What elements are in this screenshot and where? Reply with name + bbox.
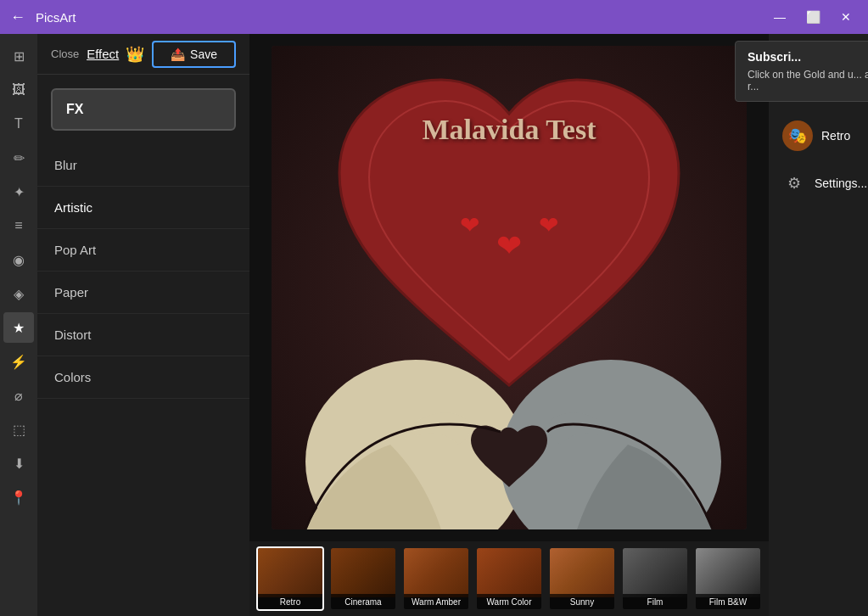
filter-cinerama-label: Cinerama [331, 594, 395, 609]
retro-avatar: 🎭 [782, 120, 813, 151]
close-window-button[interactable]: ✕ [834, 7, 858, 27]
draw-tool-button[interactable]: ✏ [3, 143, 34, 173]
layers-tool-button[interactable]: ⬚ [3, 414, 34, 445]
gear-icon: ⚙ [782, 171, 806, 195]
canvas-area: Malavida Test ❤ ❤ ❤ [249, 34, 769, 616]
filter-retro-label: Retro [258, 594, 322, 609]
window-controls: — ⬜ ✕ [767, 7, 858, 27]
popart-effect-item[interactable]: Pop Art [37, 229, 249, 272]
photo-tool-button[interactable]: 🖼 [3, 75, 34, 105]
filter-cinerama[interactable]: Cinerama [329, 546, 397, 611]
canvas-image: Malavida Test ❤ ❤ ❤ [249, 34, 769, 541]
artwork: Malavida Test ❤ ❤ ❤ [272, 46, 747, 529]
blur-effect-item[interactable]: Blur [37, 144, 249, 187]
minimize-button[interactable]: — [767, 7, 792, 27]
filter-warm-color[interactable]: Warm Color [475, 546, 543, 611]
subscribe-text: Click on the Gold and u... awesome r... [748, 69, 868, 92]
right-heart-icon: ❤ [539, 211, 558, 264]
retro-label: Retro [821, 129, 850, 143]
settings-label: Settings... [815, 176, 867, 190]
face-tool-button[interactable]: ◉ [3, 244, 34, 275]
filter-film[interactable]: Film [621, 546, 689, 611]
close-effect-button[interactable]: Close [51, 48, 79, 60]
icon-sidebar: ⊞ 🖼 T ✏ ✦ ≡ ◉ ◈ ★ ⚡ ⌀ ⬚ ⬇ 📍 [0, 34, 37, 616]
artistic-effect-item[interactable]: Artistic [37, 187, 249, 229]
back-button[interactable]: ← [10, 8, 25, 26]
save-button[interactable]: 📤 Save [152, 41, 236, 68]
filter-film-bw[interactable]: Film B&W [694, 546, 762, 611]
effect-panel-title: Effect [87, 47, 119, 61]
hearts-group: ❤ ❤ ❤ [460, 211, 558, 264]
wand-tool-button[interactable]: ⚡ [3, 346, 34, 377]
titlebar: ← PicsArt — ⬜ ✕ [0, 0, 868, 34]
grid-tool-button[interactable]: ⊞ [3, 41, 34, 71]
main-content: ⊞ 🖼 T ✏ ✦ ≡ ◉ ◈ ★ ⚡ ⌀ ⬚ ⬇ 📍 Close Effect… [0, 34, 868, 616]
subscribe-title: Subscri... [748, 50, 868, 64]
download-tool-button[interactable]: ⬇ [3, 448, 34, 479]
sticker-tool-button[interactable]: ✦ [3, 176, 34, 207]
adjust-tool-button[interactable]: ◈ [3, 278, 34, 309]
filter-retro[interactable]: Retro [256, 546, 324, 611]
filter-sunny-label: Sunny [550, 594, 614, 609]
filter-warm-amber-label: Warm Amber [404, 594, 468, 609]
left-heart-icon: ❤ [460, 211, 479, 264]
brush-tool-button[interactable]: ⌀ [3, 380, 34, 411]
filter-film-label: Film [623, 594, 687, 609]
effect-list: Blur Artistic Pop Art Paper Distort Colo… [37, 144, 249, 399]
settings-panel-item[interactable]: ⚙ Settings... [769, 161, 868, 205]
maximize-button[interactable]: ⬜ [799, 7, 827, 27]
colors-effect-item[interactable]: Colors [37, 356, 249, 399]
filter-warm-color-label: Warm Color [477, 594, 541, 609]
distort-effect-item[interactable]: Distort [37, 314, 249, 356]
center-heart-icon: ❤ [496, 228, 522, 264]
effect-panel: Close Effect 👑 📤 Save FX Blur Artistic P… [37, 34, 249, 616]
right-panel: Subscri... Click on the Gold and u... aw… [769, 34, 868, 616]
location-tool-button[interactable]: 📍 [3, 482, 34, 512]
app-title: PicsArt [36, 10, 76, 25]
paper-effect-item[interactable]: Paper [37, 272, 249, 314]
crown-icon: 👑 [126, 45, 144, 64]
fx-item[interactable]: FX [51, 88, 236, 131]
filter-warm-amber[interactable]: Warm Amber [402, 546, 470, 611]
retro-panel-item[interactable]: 🎭 Retro [769, 110, 868, 161]
effect-panel-header: Close Effect 👑 📤 Save [37, 34, 249, 75]
filter-film-bw-label: Film B&W [696, 594, 760, 609]
characters-svg [272, 292, 747, 529]
save-upload-icon: 📤 [171, 48, 185, 61]
text-tool-button[interactable]: T [3, 109, 34, 139]
filter-sunny[interactable]: Sunny [548, 546, 616, 611]
subscribe-tooltip: Subscri... Click on the Gold and u... aw… [735, 41, 868, 102]
filter-strip: Retro Cinerama Warm Amber Warm Color Sun… [249, 541, 769, 616]
hatch-tool-button[interactable]: ≡ [3, 210, 34, 241]
effect-tool-button[interactable]: ★ [3, 312, 34, 343]
artwork-title: Malavida Test [423, 114, 596, 146]
